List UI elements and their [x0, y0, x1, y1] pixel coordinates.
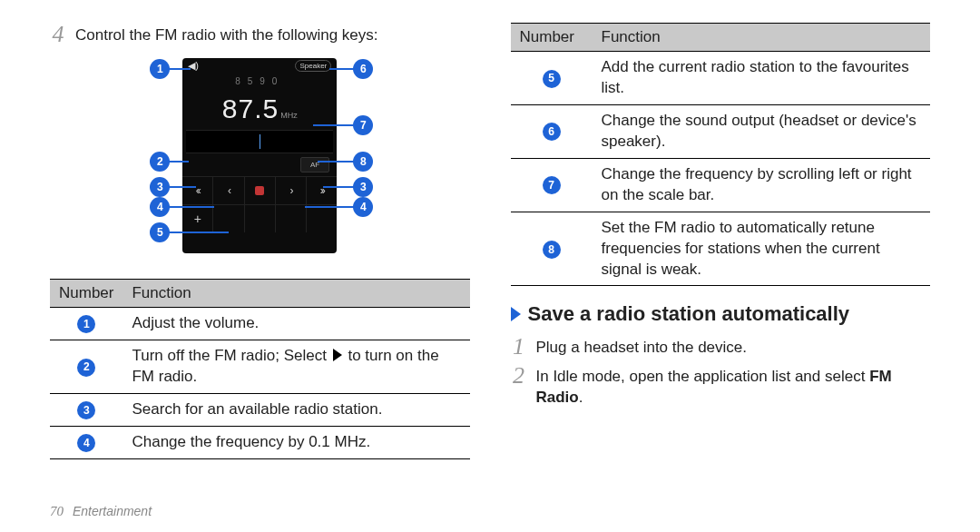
section-heading: Save a radio station automatically — [511, 302, 931, 326]
row-badge: 6 — [543, 123, 561, 141]
table-header-function: Function — [122, 280, 469, 308]
callout-4-right: 4 — [353, 197, 373, 217]
table-row: 8 Set the FM radio to automatically retu… — [511, 212, 931, 286]
step-1: 1 Plug a headset into the device. — [511, 335, 931, 359]
preset-slot — [307, 205, 337, 232]
left-column: 4 Control the FM radio with the followin… — [50, 23, 470, 459]
step-back-icon: ‹ — [213, 177, 244, 204]
speaker-toggle: Speaker — [295, 60, 331, 72]
callout-1: 1 — [150, 59, 170, 79]
preset-slot — [276, 205, 307, 232]
row-function: Change the frequency by 0.1 MHz. — [122, 426, 469, 458]
row-function: Add the current radio station to the fav… — [593, 52, 931, 105]
row-badge: 2 — [77, 359, 95, 377]
seek-fwd-icon: ›› — [307, 177, 337, 204]
table-row: 5 Add the current radio station to the f… — [511, 52, 931, 105]
callout-4-left: 4 — [150, 197, 170, 217]
footer-page-number: 70 — [50, 504, 64, 518]
function-table-2: Number Function 5 Add the current radio … — [511, 23, 931, 286]
step-number: 4 — [50, 23, 66, 46]
phone-screenshot: ◀) Speaker 8590 87.5MHz AF ‹‹ ‹ › ›› + — [182, 58, 337, 253]
step-text: Control the FM radio with the following … — [75, 23, 470, 46]
row-function: Adjust the volume. — [122, 308, 469, 340]
callout-3-left: 3 — [150, 177, 170, 197]
row-function: Change the frequency by scrolling left o… — [593, 158, 931, 212]
frequency-display: 87.5MHz — [182, 94, 337, 124]
fm-radio-diagram: 1 6 7 2 8 3 3 4 4 5 ◀) Speaker 8590 87.5… — [119, 54, 400, 262]
table-row: 7 Change the frequency by scrolling left… — [511, 158, 931, 212]
footer-chapter: Entertainment — [73, 504, 152, 518]
callout-8: 8 — [353, 152, 373, 172]
scale-marks: 8590 — [182, 76, 337, 86]
row-function: Search for an available radio station. — [122, 393, 469, 426]
section-arrow-icon — [511, 307, 521, 321]
row-badge: 8 — [543, 241, 561, 259]
callout-5: 5 — [150, 222, 170, 242]
preset-slot — [213, 205, 244, 232]
row-badge: 7 — [543, 176, 561, 194]
seek-back-icon: ‹‹ — [182, 177, 213, 204]
function-table-1: Number Function 1 Adjust the volume. 2 T… — [50, 279, 470, 459]
step-2: 2 In Idle mode, open the application lis… — [511, 364, 931, 409]
step-text: In Idle mode, open the application list … — [536, 364, 931, 409]
table-header-number: Number — [50, 280, 122, 308]
af-row: AF — [182, 153, 337, 176]
callout-6: 6 — [353, 59, 373, 79]
stop-icon — [245, 177, 276, 204]
row-function: Set the FM radio to automatically retune… — [593, 212, 931, 286]
table-header-function: Function — [593, 24, 931, 52]
step-4: 4 Control the FM radio with the followin… — [50, 23, 470, 46]
table-row: 2 Turn off the FM radio; Select to turn … — [50, 340, 470, 393]
page-footer: 70 Entertainment — [50, 504, 152, 519]
section-title: Save a radio station automatically — [528, 302, 850, 326]
table-row: 3 Search for an available radio station. — [50, 393, 470, 426]
row-function: Turn off the FM radio; Select to turn on… — [122, 340, 469, 393]
step-number: 1 — [511, 335, 527, 359]
table-row: 4 Change the frequency by 0.1 MHz. — [50, 426, 470, 458]
row-function: Change the sound output (headset or devi… — [593, 104, 931, 158]
row-badge: 4 — [77, 434, 95, 452]
play-icon — [333, 349, 342, 361]
callout-2: 2 — [150, 152, 170, 172]
af-button: AF — [300, 157, 329, 172]
right-column: Number Function 5 Add the current radio … — [511, 23, 931, 459]
step-text: Plug a headset into the device. — [536, 335, 931, 359]
row-badge: 5 — [543, 70, 561, 88]
callout-7: 7 — [353, 115, 373, 135]
step-fwd-icon: › — [276, 177, 307, 204]
scale-bar — [186, 130, 333, 153]
preset-slot — [245, 205, 276, 232]
table-row: 6 Change the sound output (headset or de… — [511, 104, 931, 158]
row-badge: 3 — [77, 401, 95, 419]
callout-3-right: 3 — [353, 177, 373, 197]
fav-add-icon: + — [182, 205, 213, 232]
table-header-number: Number — [511, 24, 593, 52]
row-badge: 1 — [77, 315, 95, 333]
step-number: 2 — [511, 364, 527, 388]
table-row: 1 Adjust the volume. — [50, 308, 470, 340]
